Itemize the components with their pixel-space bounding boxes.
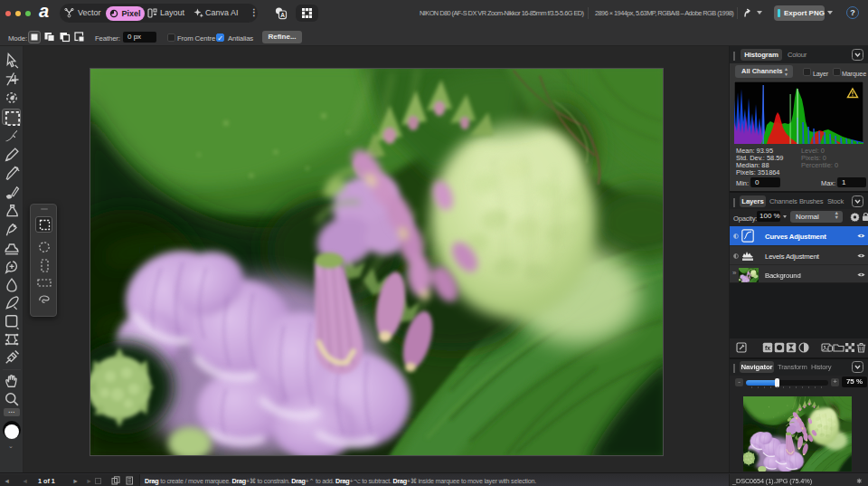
svg-text:fx: fx — [765, 345, 770, 351]
svg-text:A: A — [280, 12, 285, 18]
